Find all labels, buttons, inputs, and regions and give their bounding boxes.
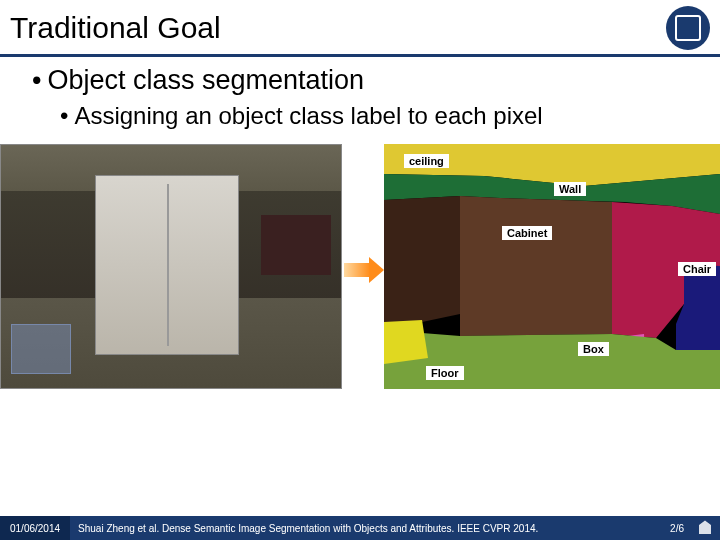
slide-title: Traditional Goal — [10, 11, 221, 45]
label-box: Box — [578, 342, 609, 356]
photo-region — [261, 215, 331, 275]
title-bar: Traditional Goal — [0, 0, 720, 57]
segmentation-svg — [384, 144, 720, 389]
figure-area: ceiling Wall Cabinet Chair Box Floor — [0, 144, 720, 392]
bullet-level-1: •Object class segmentation — [32, 65, 700, 96]
label-floor: Floor — [426, 366, 464, 380]
input-photo — [0, 144, 342, 389]
bullet-level-2: •Assigning an object class label to each… — [60, 102, 700, 130]
label-ceiling: ceiling — [404, 154, 449, 168]
bullet-dot-icon: • — [60, 102, 68, 130]
university-crest-icon — [666, 6, 710, 50]
bullet-dot-icon: • — [32, 65, 41, 96]
arrow-icon — [344, 257, 384, 283]
photo-box-region — [11, 324, 71, 374]
label-cabinet: Cabinet — [502, 226, 552, 240]
bullet-2-text: Assigning an object class label to each … — [74, 102, 542, 129]
label-wall: Wall — [554, 182, 586, 196]
footer-bar: 01/06/2014 Shuai Zheng et al. Dense Sema… — [0, 516, 720, 540]
footer-date: 01/06/2014 — [0, 516, 70, 540]
bullet-1-text: Object class segmentation — [47, 65, 364, 95]
photo-cabinet-region — [95, 175, 239, 355]
segmentation-output: ceiling Wall Cabinet Chair Box Floor — [384, 144, 720, 389]
footer-logo-icon — [694, 518, 716, 538]
footer-page-number: 2/6 — [660, 523, 694, 534]
content-area: •Object class segmentation •Assigning an… — [0, 57, 720, 130]
footer-citation: Shuai Zheng et al. Dense Semantic Image … — [70, 523, 660, 534]
label-chair: Chair — [678, 262, 716, 276]
